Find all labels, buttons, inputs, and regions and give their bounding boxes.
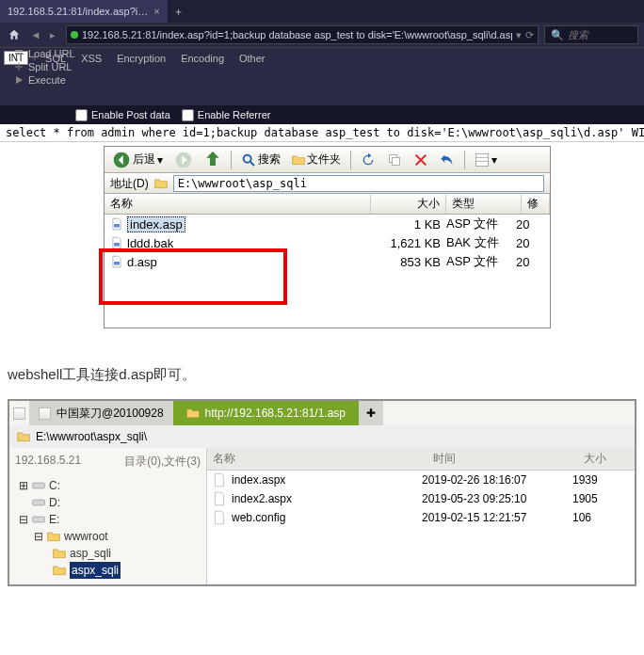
copy-icon[interactable] xyxy=(383,151,406,169)
new-tab-button[interactable]: ＋ xyxy=(168,5,190,19)
file-icon xyxy=(213,510,226,525)
col-name[interactable]: 名称 xyxy=(207,448,427,470)
col-size[interactable]: 大小 xyxy=(578,448,635,470)
search-button[interactable]: 搜索 xyxy=(237,150,284,169)
file-row[interactable]: web.config 2019-02-15 12:21:57 106 xyxy=(207,508,635,527)
back-button[interactable]: 后退 ▾ xyxy=(108,149,167,171)
add-tab-button[interactable]: ✚ xyxy=(359,401,383,425)
tb-xss[interactable]: XSS xyxy=(73,53,109,64)
back-dropdown-icon[interactable]: ▾ xyxy=(157,153,163,167)
forward-icon[interactable]: ▸ xyxy=(45,29,60,41)
svg-rect-4 xyxy=(392,157,399,165)
caidao-path-bar: E:\wwwroot\aspx_sqli\ xyxy=(9,425,635,448)
identity-icon xyxy=(71,31,78,39)
delete-icon[interactable] xyxy=(410,151,432,169)
explorer-window: 后退 ▾ 搜索 文件夹 ▾ 地址(D) 名称 大小 类型 xyxy=(104,146,551,328)
sync-icon[interactable] xyxy=(357,151,379,169)
file-icon xyxy=(110,217,123,231)
svg-rect-8 xyxy=(114,262,120,265)
tb-other[interactable]: Other xyxy=(232,53,273,64)
tb-encoding[interactable]: Encoding xyxy=(173,53,232,64)
file-size: 106 xyxy=(572,511,629,524)
enable-referrer-checkbox[interactable]: Enable Referrer xyxy=(182,109,271,121)
views-icon[interactable]: ▾ xyxy=(471,151,501,169)
dropdown-icon[interactable]: ▾ xyxy=(516,29,522,41)
caidao-columns: 名称 时间 大小 xyxy=(207,448,635,471)
explorer-file-list[interactable]: index.asp 1 KB ASP 文件 20 lddd.bak 1,621 … xyxy=(105,215,550,328)
file-row[interactable]: index2.aspx 2019-05-23 09:25:10 1905 xyxy=(207,489,635,508)
path-text[interactable]: E:\wwwroot\aspx_sqli\ xyxy=(36,430,147,443)
execute-button[interactable]: Execute xyxy=(9,73,79,87)
drive-icon xyxy=(32,480,45,491)
file-row[interactable]: index.asp 1 KB ASP 文件 20 xyxy=(105,215,550,233)
file-mod: 20 xyxy=(516,217,544,232)
file-name: index.aspx xyxy=(232,473,285,487)
folders-button[interactable]: 文件夹 xyxy=(288,150,345,169)
load-url-button[interactable]: Load URL xyxy=(9,47,79,60)
search-icon: 🔍 xyxy=(551,29,564,41)
back-icon[interactable]: ◄ xyxy=(28,29,43,41)
col-type[interactable]: 类型 xyxy=(446,194,522,214)
file-row[interactable]: index.aspx 2019-02-26 18:16:07 1939 xyxy=(207,471,635,489)
tree-drive-e[interactable]: ⊟E: xyxy=(15,511,201,528)
split-url-button[interactable]: Split URL xyxy=(9,60,79,73)
address-bar-row: ◄ ▸ ▾ ⟳ 🔍 xyxy=(0,23,644,47)
col-size[interactable]: 大小 xyxy=(371,194,446,214)
close-icon[interactable]: × xyxy=(153,6,159,17)
up-button[interactable] xyxy=(201,150,225,170)
undo-icon[interactable] xyxy=(436,151,459,169)
tree-drive-c[interactable]: ⊞C: xyxy=(15,477,201,494)
tree-folder-wwwroot[interactable]: ⊟wwwroot xyxy=(15,528,201,545)
article-note: webshell工具连接d.asp即可。 xyxy=(8,366,636,384)
file-name: web.config xyxy=(232,511,285,524)
svg-rect-10 xyxy=(33,500,45,505)
col-mod[interactable]: 修 xyxy=(522,194,550,214)
tree-drive-d[interactable]: ⊞D: xyxy=(15,494,201,511)
caidao-file-panel: 名称 时间 大小 index.aspx 2019-02-26 18:16:07 … xyxy=(207,448,635,584)
file-size: 853 KB xyxy=(365,255,441,269)
file-icon xyxy=(213,491,226,506)
svg-rect-7 xyxy=(114,243,120,247)
browser-tab[interactable]: 192.168.5.21:81/index.asp?i… × xyxy=(0,0,168,23)
tree-folder-aspx-sqli[interactable]: aspx_sqli xyxy=(15,562,201,579)
folders-label: 文件夹 xyxy=(307,152,341,168)
search-input[interactable] xyxy=(568,29,644,40)
folder-icon xyxy=(17,431,30,442)
tab-home[interactable]: 中国菜刀@20100928 xyxy=(29,401,173,425)
tb-encryption[interactable]: Encryption xyxy=(109,53,173,64)
file-time: 2019-02-15 12:21:57 xyxy=(422,511,572,524)
reload-icon[interactable]: ⟳ xyxy=(525,29,534,41)
enable-referrer-label: Enable Referrer xyxy=(198,109,271,120)
file-type: ASP 文件 xyxy=(441,216,516,232)
svg-rect-5 xyxy=(475,153,488,166)
home-icon[interactable] xyxy=(6,26,23,43)
tab-shell[interactable]: http://192.168.5.21:81/1.asp xyxy=(173,401,359,425)
enable-post-label: Enable Post data xyxy=(91,109,170,120)
file-mod: 20 xyxy=(516,255,544,269)
drive-tree[interactable]: ⊞C: ⊞D: ⊟E: ⊟wwwroot asp_sqli aspx_sqli xyxy=(15,477,201,579)
drive-icon xyxy=(32,497,45,508)
file-icon xyxy=(110,236,123,249)
svg-rect-11 xyxy=(33,517,45,522)
explorer-toolbar: 后退 ▾ 搜索 文件夹 ▾ xyxy=(105,147,550,173)
window-icon[interactable] xyxy=(13,407,25,420)
folder-icon xyxy=(186,407,200,419)
explorer-address-bar: 地址(D) xyxy=(105,173,550,194)
enable-post-checkbox[interactable]: Enable Post data xyxy=(75,109,170,121)
file-row[interactable]: d.asp 853 KB ASP 文件 20 xyxy=(105,252,550,271)
forward-button[interactable] xyxy=(170,149,197,171)
address-input[interactable] xyxy=(173,175,544,192)
search-box[interactable]: 🔍 xyxy=(544,25,638,44)
url-input[interactable] xyxy=(82,29,512,40)
tree-folder-asp-sqli[interactable]: asp_sqli xyxy=(15,545,201,562)
caidao-file-list[interactable]: index.aspx 2019-02-26 18:16:07 1939 inde… xyxy=(207,471,635,583)
col-time[interactable]: 时间 xyxy=(427,448,578,470)
tab-shell-label: http://192.168.5.21:81/1.asp xyxy=(205,407,346,420)
url-box[interactable]: ▾ ⟳ xyxy=(66,25,539,44)
host-ip: 192.168.5.21 xyxy=(15,454,81,470)
file-row[interactable]: lddd.bak 1,621 KB BAK 文件 20 xyxy=(105,233,550,252)
hackbar-toolbar: INT ▾ SQL XSS Encryption Encoding Other xyxy=(0,47,644,68)
file-time: 2019-05-23 09:25:10 xyxy=(422,492,572,505)
caidao-tabs: 中国菜刀@20100928 http://192.168.5.21:81/1.a… xyxy=(9,401,635,425)
col-name[interactable]: 名称 xyxy=(105,194,371,214)
